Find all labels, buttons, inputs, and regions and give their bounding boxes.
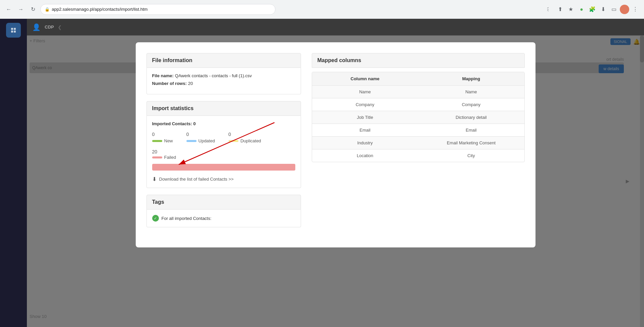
tag-check-icon: ✓ — [152, 215, 159, 222]
new-bar — [152, 140, 162, 142]
app-background: 👤 CDP ❮ + Filters QAwerk co Show 10 SION… — [0, 19, 644, 327]
app-bar: 👤 CDP ❮ — [27, 19, 644, 36]
forward-button[interactable]: → — [16, 5, 26, 14]
download-browser-button[interactable]: ⬇ — [598, 5, 608, 14]
profile-button[interactable] — [620, 5, 629, 14]
mapped-columns-table: Column name Mapping Name Name — [312, 72, 525, 162]
tags-section: Tags ✓ For all imported Contacts: — [146, 195, 301, 227]
back-button[interactable]: ← — [4, 5, 13, 14]
table-cell-mapping: Dictionary detail — [418, 111, 524, 124]
updated-bar — [186, 140, 197, 142]
table-cell-column: Job Title — [312, 111, 418, 124]
refresh-button[interactable]: ↻ — [28, 5, 38, 14]
mapped-columns-section: Mapped columns Column name Mapping — [312, 53, 525, 162]
file-name-row: File name: QAwerk contacts - contacts - … — [152, 73, 295, 78]
rows-value: 20 — [188, 81, 193, 86]
url-text: app2.salesmanago.pl/app/contacts/import/… — [52, 7, 147, 12]
browser-actions: 🗧 ⬆ ★ ● 🧩 ⬇ ▭ ⋮ — [545, 5, 640, 14]
chevron-icon: ❮ — [58, 25, 62, 30]
table-cell-mapping: Company — [418, 98, 524, 111]
person-icon: 👤 — [32, 23, 41, 31]
table-header-row: Column name Mapping — [312, 72, 524, 86]
download-failed-link[interactable]: ⬇ Download the list of failed Contacts >… — [152, 176, 295, 182]
table-cell-column: Company — [312, 98, 418, 111]
table-cell-column: Location — [312, 149, 418, 162]
left-panel: File information File name: QAwerk conta… — [146, 53, 301, 234]
sidebar-logo — [6, 23, 21, 38]
progress-bar-fill — [152, 164, 295, 171]
mapping-header: Mapping — [418, 72, 524, 85]
lock-icon: 🔒 — [45, 7, 50, 12]
import-statistics-section: Import statistics — [146, 101, 301, 188]
file-name-label: File name: — [152, 73, 174, 78]
duplicated-label: Duplicated — [241, 138, 261, 143]
table-cell-column: Industry — [312, 137, 418, 149]
import-statistics-heading: Import statistics — [146, 101, 301, 116]
duplicated-stat: 0 Duplicated — [228, 132, 261, 143]
table-row: Email Email — [312, 124, 524, 137]
stats-grid: 0 New 0 U — [152, 132, 295, 143]
file-information-heading: File information — [146, 53, 301, 68]
rows-label: Number of rows: — [152, 81, 187, 86]
tag-for-all-label: For all imported Contacts: — [162, 216, 212, 221]
failed-bar — [152, 156, 162, 158]
address-bar[interactable]: 🔒 app2.salesmanago.pl/app/contacts/impor… — [40, 4, 275, 15]
table-cell-column: Email — [312, 124, 418, 136]
modal-dialog: File information File name: QAwerk conta… — [136, 42, 535, 247]
tag-item: ✓ For all imported Contacts: — [152, 215, 295, 222]
cdp-label: CDP — [45, 25, 54, 30]
mapped-columns-body: Column name Mapping Name Name — [312, 72, 525, 162]
table-cell-mapping: Email Marketing Consent — [418, 137, 524, 149]
table-cell-mapping: Email — [418, 124, 524, 136]
column-name-header: Column name — [312, 72, 418, 85]
main-content: + Filters QAwerk co Show 10 SIONAL 🔔 ort… — [27, 36, 644, 327]
download-icon: ⬇ — [152, 176, 157, 182]
new-indicator: New — [152, 138, 173, 143]
tags-heading: Tags — [146, 195, 301, 209]
updated-indicator: Updated — [186, 138, 215, 143]
table-cell-mapping: City — [418, 149, 524, 162]
extension-green-button[interactable]: ● — [577, 5, 586, 14]
bookmark-button[interactable]: ★ — [566, 5, 575, 14]
right-panel: Mapped columns Column name Mapping — [312, 53, 525, 234]
file-name-value: QAwerk contacts - contacts - full (1).cs… — [175, 73, 252, 78]
file-information-section: File information File name: QAwerk conta… — [146, 53, 301, 94]
tags-body: ✓ For all imported Contacts: — [146, 209, 301, 227]
new-value: 0 — [152, 132, 155, 137]
table-row: Name Name — [312, 86, 524, 98]
imported-contacts-label: Imported Contacts: 0 — [152, 121, 295, 126]
failed-stat: 20 Failed — [152, 149, 295, 160]
table-row: Job Title Dictionary detail — [312, 111, 524, 124]
translate-button[interactable]: 🗧 — [545, 5, 554, 14]
browser-chrome: ← → ↻ 🔒 app2.salesmanago.pl/app/contacts… — [0, 0, 644, 19]
updated-label: Updated — [199, 138, 215, 143]
updated-value: 0 — [186, 132, 189, 137]
rows-row: Number of rows: 20 — [152, 81, 295, 86]
failed-value: 20 — [152, 149, 158, 154]
menu-button[interactable]: ⋮ — [631, 5, 640, 14]
new-label: New — [164, 138, 173, 143]
table-row: Location City — [312, 149, 524, 162]
table-row: Company Company — [312, 98, 524, 111]
mapped-columns-heading: Mapped columns — [312, 53, 525, 68]
progress-bar — [152, 164, 295, 171]
duplicated-bar — [228, 140, 239, 142]
updated-stat: 0 Updated — [186, 132, 215, 143]
failed-indicator: Failed — [152, 155, 295, 160]
new-stat: 0 New — [152, 132, 173, 143]
share-button[interactable]: ⬆ — [555, 5, 565, 14]
sidebar — [0, 19, 27, 327]
duplicated-indicator: Duplicated — [228, 138, 261, 143]
duplicated-value: 0 — [228, 132, 231, 137]
cast-button[interactable]: ▭ — [609, 5, 618, 14]
table-cell-column: Name — [312, 86, 418, 98]
file-information-body: File name: QAwerk contacts - contacts - … — [146, 68, 301, 94]
import-statistics-body: Imported Contacts: 0 0 New — [146, 116, 301, 188]
table-cell-mapping: Name — [418, 86, 524, 98]
modal-overlay: File information File name: QAwerk conta… — [27, 36, 644, 327]
extensions-button[interactable]: 🧩 — [588, 5, 597, 14]
table-row: Industry Email Marketing Consent — [312, 137, 524, 149]
failed-label: Failed — [164, 155, 176, 160]
